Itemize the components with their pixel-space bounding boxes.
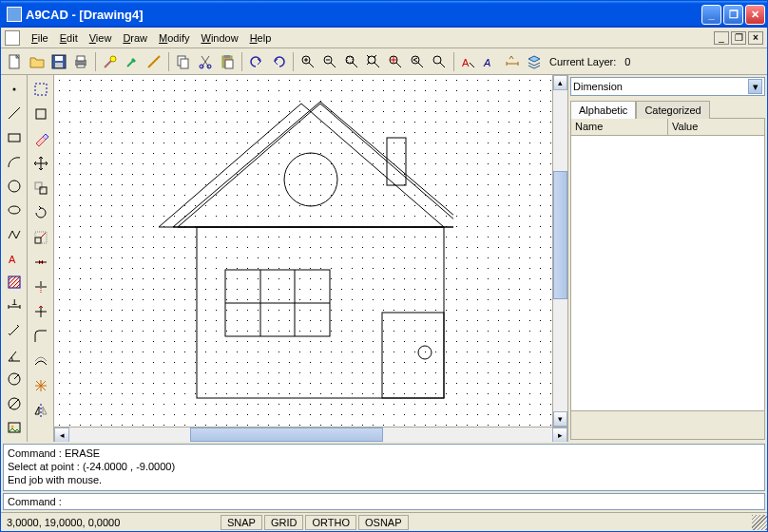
layers-button[interactable] [524, 51, 545, 72]
move-tool[interactable] [29, 152, 52, 175]
menu-view[interactable]: View [84, 30, 118, 46]
minimize-button[interactable]: _ [701, 5, 721, 25]
open-file-button[interactable] [27, 51, 48, 72]
zoom-previous-button[interactable] [407, 51, 428, 72]
new-file-button[interactable] [5, 51, 26, 72]
command-input[interactable]: Command : [3, 493, 765, 510]
mdi-close-button[interactable]: × [748, 31, 763, 45]
dim-aligned-tool[interactable] [3, 320, 26, 342]
col-value[interactable]: Value [668, 119, 764, 135]
print-button[interactable] [70, 51, 91, 72]
zoom-out-button[interactable] [319, 51, 340, 72]
svg-text:A: A [483, 57, 490, 68]
titlebar[interactable]: A9CAD - [Drawing4] _ ❐ ✕ [1, 1, 767, 28]
maximize-button[interactable]: ❐ [723, 5, 743, 25]
snap-toggle[interactable]: SNAP [221, 515, 262, 530]
cmd-line3: End job with mouse. [8, 473, 760, 486]
select-window-tool[interactable] [29, 103, 52, 125]
scroll-left-icon[interactable]: ◂ [54, 428, 69, 442]
svg-text:A: A [9, 254, 16, 265]
dim-linear-tool[interactable]: 1 [3, 295, 26, 317]
erase-tool[interactable] [29, 127, 52, 150]
property-description [571, 410, 764, 439]
redo-button[interactable] [268, 51, 289, 72]
tab-alphabetic[interactable]: Alphabetic [570, 101, 636, 119]
arc-tool[interactable] [3, 150, 26, 172]
scroll-right-icon[interactable]: ▸ [552, 428, 567, 442]
menu-edit[interactable]: Edit [54, 30, 84, 46]
mirror-tool[interactable] [29, 399, 52, 422]
mdi-restore-button[interactable]: ❐ [731, 31, 746, 45]
menu-modify[interactable]: Modify [153, 30, 195, 46]
offset-tool[interactable] [29, 350, 52, 372]
text-tool[interactable]: A [3, 247, 26, 269]
svg-rect-2 [55, 56, 63, 61]
tab-categorized[interactable]: Categorized [636, 101, 709, 119]
copy-mod-tool[interactable] [29, 177, 52, 200]
match-prop-button[interactable] [100, 51, 121, 72]
scroll-thumb[interactable] [190, 428, 383, 442]
zoom-window-button[interactable] [341, 51, 362, 72]
svg-text:1: 1 [11, 299, 17, 307]
osnap-toggle[interactable]: OSNAP [358, 515, 409, 530]
menu-file[interactable]: File [26, 30, 54, 46]
ellipse-tool[interactable] [3, 199, 26, 220]
mdi-doc-icon[interactable] [5, 30, 20, 46]
dim-diameter-tool[interactable] [3, 392, 26, 414]
explode-tool[interactable] [29, 374, 52, 397]
dim-angular-tool[interactable] [3, 344, 26, 366]
menu-help[interactable]: Help [244, 30, 278, 46]
menu-draw[interactable]: Draw [117, 30, 153, 46]
col-name[interactable]: Name [571, 119, 668, 135]
cmd-line1: Command : ERASE [8, 446, 760, 460]
image-tool[interactable] [3, 417, 26, 439]
rect-tool[interactable] [3, 126, 26, 148]
line-tool[interactable] [3, 102, 26, 124]
point-tool[interactable] [3, 78, 26, 100]
hatch-tool[interactable] [3, 272, 26, 294]
scroll-thumb[interactable] [553, 171, 567, 299]
cut-button[interactable] [195, 51, 216, 72]
fillet-tool[interactable] [29, 325, 52, 348]
resize-grip-icon[interactable] [752, 515, 767, 530]
trim-tool[interactable] [29, 276, 52, 298]
horizontal-scrollbar[interactable]: ◂ ▸ [54, 427, 567, 442]
measure-button[interactable] [144, 51, 164, 72]
save-button[interactable] [48, 51, 69, 72]
mdi-minimize-button[interactable]: _ [714, 31, 729, 45]
zoom-all-button[interactable] [429, 51, 450, 72]
svg-rect-5 [77, 56, 85, 61]
paste-button[interactable] [217, 51, 238, 72]
svg-rect-14 [225, 60, 233, 68]
dim-style-button[interactable] [502, 51, 523, 72]
rotate-tool[interactable] [29, 201, 52, 224]
zoom-extents-button[interactable] [363, 51, 384, 72]
vertical-scrollbar[interactable]: ▴ ▾ [552, 75, 567, 427]
circle-tool[interactable] [3, 175, 26, 197]
select-tool[interactable] [29, 78, 52, 101]
drawing-content [149, 94, 453, 408]
extend-tool[interactable] [29, 300, 52, 323]
text-style-button[interactable]: A [458, 51, 479, 72]
scroll-up-icon[interactable]: ▴ [553, 75, 567, 90]
svg-point-25 [12, 87, 15, 90]
pick-button[interactable] [122, 51, 143, 72]
polyline-tool[interactable] [3, 223, 26, 245]
menu-window[interactable]: Window [195, 30, 243, 46]
ortho-toggle[interactable]: ORTHO [305, 515, 356, 530]
scroll-down-icon[interactable]: ▾ [553, 411, 567, 427]
grid-toggle[interactable]: GRID [264, 515, 304, 530]
copy-button[interactable] [173, 51, 194, 72]
scale-tool[interactable] [29, 226, 52, 249]
dim-radius-tool[interactable] [3, 369, 26, 390]
zoom-in-button[interactable] [298, 51, 318, 72]
close-button[interactable]: ✕ [745, 5, 765, 25]
text-settings-button[interactable]: A [480, 51, 501, 72]
drawing-canvas[interactable] [54, 75, 552, 427]
object-type-combo[interactable]: Dimension ▾ [570, 77, 765, 96]
property-grid[interactable]: Name Value [570, 118, 765, 440]
undo-button[interactable] [246, 51, 267, 72]
zoom-realtime-button[interactable] [385, 51, 406, 72]
chevron-down-icon[interactable]: ▾ [748, 79, 762, 94]
break-tool[interactable] [29, 251, 52, 274]
